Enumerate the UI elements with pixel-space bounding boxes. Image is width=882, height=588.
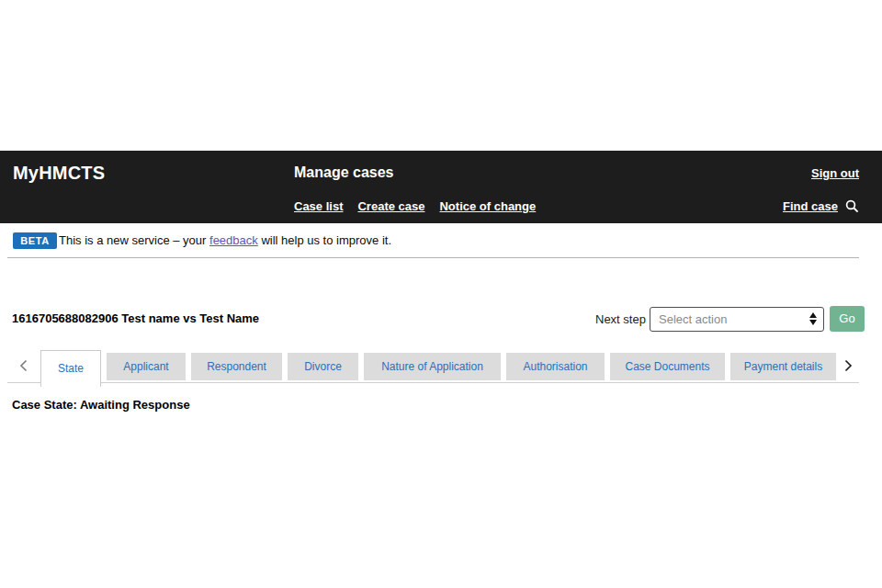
find-case[interactable]: Find case — [783, 199, 859, 213]
primary-nav: Case list Create case Notice of change — [294, 199, 536, 213]
tabs-underline — [7, 382, 859, 383]
beta-text-after: will help us to improve it. — [258, 233, 391, 247]
nav-case-list[interactable]: Case list — [294, 199, 343, 213]
sign-out-link[interactable]: Sign out — [811, 166, 859, 180]
header-divider — [7, 257, 859, 258]
next-step-select[interactable]: Select action — [650, 307, 824, 332]
case-title: 1616705688082906 Test name vs Test Name — [12, 311, 259, 325]
case-state-text: Case State: Awaiting Response — [12, 398, 190, 412]
beta-banner: BETA This is a new service – your feedba… — [0, 232, 882, 257]
brand-logo[interactable]: MyHMCTS — [13, 163, 105, 184]
find-case-link[interactable]: Find case — [783, 199, 838, 213]
next-step-label: Next step — [595, 312, 646, 326]
tab-divorce[interactable]: Divorce — [288, 353, 358, 380]
tab-respondent[interactable]: Respondent — [191, 353, 282, 380]
tab-nature-of-application[interactable]: Nature of Application — [364, 353, 501, 380]
tab-authorisation[interactable]: Authorisation — [506, 353, 605, 380]
app-header: MyHMCTS Manage cases Sign out Case list … — [0, 151, 882, 223]
page-title: Manage cases — [294, 164, 394, 181]
feedback-link[interactable]: feedback — [209, 233, 258, 247]
tabs-scroll-left-icon[interactable] — [18, 358, 29, 373]
nav-notice-of-change[interactable]: Notice of change — [439, 199, 536, 213]
nav-create-case[interactable]: Create case — [357, 199, 424, 213]
tab-case-documents[interactable]: Case Documents — [610, 353, 725, 380]
search-icon[interactable] — [845, 199, 859, 213]
tab-state[interactable]: State — [40, 350, 101, 387]
beta-badge: BETA — [13, 232, 57, 249]
beta-text-before: This is a new service – your — [59, 233, 209, 247]
go-button[interactable]: Go — [830, 306, 865, 332]
tab-applicant[interactable]: Applicant — [107, 353, 186, 380]
select-spinner-icon — [809, 312, 817, 325]
tab-bar: State Applicant Respondent Divorce Natur… — [40, 353, 836, 380]
tab-payment-details[interactable]: Payment details — [730, 353, 836, 380]
next-step-select-value: Select action — [659, 312, 727, 326]
tabs-scroll-right-icon[interactable] — [842, 358, 854, 373]
page: MyHMCTS Manage cases Sign out Case list … — [0, 0, 882, 588]
beta-text: This is a new service – your feedback wi… — [59, 233, 391, 247]
